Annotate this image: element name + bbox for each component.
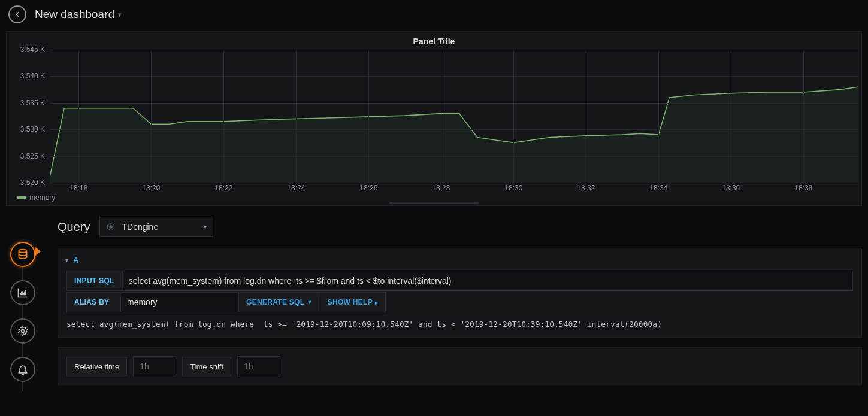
legend-label: memory bbox=[29, 193, 55, 202]
back-button[interactable] bbox=[8, 5, 26, 23]
label-relative-time: Relative time bbox=[66, 357, 127, 376]
legend[interactable]: memory bbox=[17, 193, 55, 202]
datasource-icon bbox=[106, 222, 116, 232]
label-time-shift: Time shift bbox=[182, 357, 231, 376]
query-row-a: ▼ A INPUT SQL ALIAS BY GENERATE SQL ▼ S bbox=[58, 248, 862, 338]
show-help-button[interactable]: SHOW HELP ▸ bbox=[320, 292, 386, 312]
x-axis: 18:1818:2018:2218:2418:2618:2818:3018:32… bbox=[50, 184, 858, 193]
panel: Panel Title 3.545 K3.540 K3.535 K3.530 K… bbox=[6, 31, 862, 206]
resolved-sql: select avg(mem_system) from log.dn where… bbox=[58, 314, 861, 329]
bell-icon bbox=[17, 363, 29, 375]
chevron-down-icon: ▼ bbox=[64, 257, 69, 263]
label-input-sql: INPUT SQL bbox=[66, 271, 122, 291]
svg-marker-3 bbox=[110, 225, 113, 229]
chevron-right-icon: ▸ bbox=[375, 299, 378, 306]
tab-alert[interactable] bbox=[10, 357, 35, 382]
query-letter: A bbox=[73, 256, 78, 265]
time-options: Relative time Time shift bbox=[58, 347, 862, 385]
panel-title: Panel Title bbox=[7, 37, 861, 46]
database-icon bbox=[17, 248, 29, 260]
panel-resize-handle[interactable] bbox=[389, 202, 479, 204]
datasource-name: TDengine bbox=[122, 222, 158, 232]
active-tab-pointer bbox=[35, 247, 41, 256]
generate-sql-button[interactable]: GENERATE SQL ▼ bbox=[238, 292, 320, 312]
legend-swatch bbox=[17, 196, 26, 199]
input-sql-field[interactable] bbox=[122, 271, 853, 291]
tab-general-settings[interactable] bbox=[10, 318, 35, 344]
chart-icon bbox=[17, 287, 29, 299]
svg-point-1 bbox=[22, 330, 25, 333]
datasource-select[interactable]: TDengine ▾ bbox=[99, 217, 213, 237]
tab-visualization[interactable] bbox=[10, 280, 35, 305]
y-axis: 3.545 K3.540 K3.535 K3.530 K3.525 K3.520… bbox=[7, 50, 50, 183]
dashboard-title-dropdown[interactable]: New dashboard ▾ bbox=[35, 8, 122, 21]
time-shift-input[interactable] bbox=[237, 356, 280, 376]
chart-plot[interactable] bbox=[50, 50, 858, 183]
editor-rail bbox=[0, 206, 46, 391]
chart-line bbox=[50, 50, 858, 183]
query-section-title: Query bbox=[58, 220, 90, 234]
arrow-left-icon bbox=[13, 10, 22, 19]
dashboard-title: New dashboard bbox=[35, 8, 114, 21]
chevron-down-icon: ▼ bbox=[307, 299, 312, 305]
alias-by-field[interactable] bbox=[120, 292, 238, 312]
relative-time-input[interactable] bbox=[133, 356, 176, 376]
chevron-down-icon: ▾ bbox=[204, 224, 207, 230]
chevron-down-icon: ▾ bbox=[118, 11, 122, 19]
query-row-toggle[interactable]: ▼ A bbox=[58, 254, 861, 271]
gear-icon bbox=[17, 325, 29, 337]
label-alias-by: ALIAS BY bbox=[66, 292, 120, 312]
tab-queries[interactable] bbox=[10, 242, 35, 267]
svg-point-0 bbox=[19, 250, 26, 253]
